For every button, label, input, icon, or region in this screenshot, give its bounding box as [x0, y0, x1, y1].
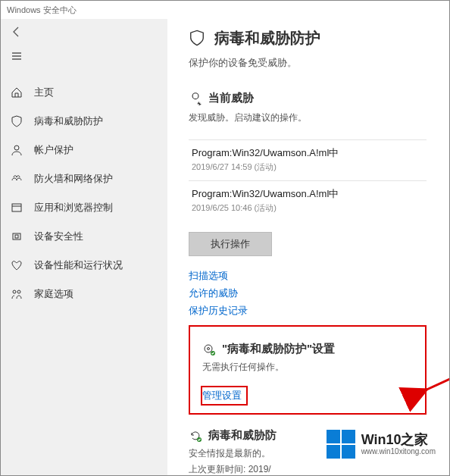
sidebar: 主页 病毒和威胁防护 帐户保护 防火墙和网络保护 应用和浏览器控制: [1, 19, 167, 475]
sidebar-item-virus[interactable]: 病毒和威胁防护: [1, 107, 167, 136]
updates-line2: 上次更新时间: 2019/: [189, 463, 449, 475]
sidebar-item-label: 病毒和威胁防护: [34, 114, 103, 128]
sidebar-item-label: 设备性能和运行状况: [34, 258, 123, 272]
chip-icon: [10, 230, 23, 243]
sidebar-item-firewall[interactable]: 防火墙和网络保护: [1, 164, 167, 193]
sidebar-item-label: 家庭选项: [34, 287, 73, 301]
sidebar-item-label: 主页: [34, 86, 54, 99]
watermark-brand: Win10之家: [361, 433, 436, 448]
family-icon: [10, 287, 23, 301]
shield-icon: [10, 114, 23, 128]
threat-meta: 2019/6/25 10:46 (活动): [192, 202, 423, 214]
back-icon[interactable]: [8, 23, 25, 40]
threat-name: Program:Win32/Uwamson.A!ml中: [192, 187, 423, 201]
sidebar-item-label: 帐户保护: [34, 143, 73, 157]
home-icon: [10, 86, 23, 99]
sidebar-item-label: 应用和浏览器控制: [34, 201, 113, 215]
window-title: Windows 安全中心: [7, 5, 77, 16]
sidebar-item-performance[interactable]: 设备性能和运行状况: [1, 251, 167, 280]
svg-rect-4: [15, 235, 18, 238]
wifi-icon: [10, 172, 23, 186]
svg-point-6: [17, 290, 20, 293]
settings-section: "病毒和威胁防护"设置 无需执行任何操作。 管理设置: [189, 325, 427, 415]
threats-subheading: 发现威胁。启动建议的操作。: [189, 111, 449, 124]
link-protection-history[interactable]: 保护历史记录: [189, 304, 449, 318]
threat-item[interactable]: Program:Win32/Uwamson.A!ml中 2019/6/25 10…: [189, 180, 427, 221]
svg-line-12: [425, 315, 449, 390]
heart-icon: [10, 258, 23, 272]
window-titlebar: Windows 安全中心: [1, 1, 449, 19]
shield-icon: [189, 30, 207, 48]
watermark-url: www.win10xitong.com: [361, 447, 436, 456]
page-subtitle: 保护你的设备免受威胁。: [189, 56, 449, 70]
windows-logo-icon: [327, 430, 355, 459]
sidebar-item-label: 防火墙和网络保护: [34, 172, 113, 186]
gear-check-icon: [202, 343, 216, 356]
take-action-button[interactable]: 执行操作: [189, 232, 272, 256]
app-icon: [10, 201, 23, 215]
svg-point-7: [192, 92, 198, 99]
threat-name: Program:Win32/Uwamson.A!ml中: [192, 146, 423, 160]
sidebar-item-app[interactable]: 应用和浏览器控制: [1, 193, 167, 222]
svg-rect-3: [13, 233, 20, 240]
settings-heading: "病毒和威胁防护"设置: [222, 342, 335, 356]
svg-point-9: [208, 347, 210, 349]
svg-point-5: [13, 290, 16, 293]
sidebar-item-label: 设备安全性: [34, 230, 83, 243]
page-title: 病毒和威胁防护: [214, 28, 320, 49]
person-icon: [10, 143, 23, 157]
svg-rect-1: [12, 204, 21, 211]
svg-point-0: [14, 146, 19, 150]
manage-settings-link[interactable]: 管理设置: [202, 387, 246, 404]
link-allowed-threats[interactable]: 允许的威胁: [189, 287, 449, 300]
svg-point-8: [205, 345, 212, 352]
updates-heading: 病毒和威胁防: [208, 428, 277, 443]
update-check-icon: [189, 429, 202, 443]
watermark: Win10之家 www.win10xitong.com: [322, 427, 440, 462]
sidebar-item-home[interactable]: 主页: [1, 78, 167, 107]
sidebar-item-account[interactable]: 帐户保护: [1, 136, 167, 164]
main-content: 病毒和威胁防护 保护你的设备免受威胁。 当前威胁 发现威胁。启动建议的操作。 P…: [167, 19, 449, 475]
sidebar-item-device-security[interactable]: 设备安全性: [1, 222, 167, 251]
menu-icon[interactable]: [8, 48, 25, 64]
settings-subheading: 无需执行任何操作。: [202, 361, 413, 374]
threat-item[interactable]: Program:Win32/Uwamson.A!ml中 2019/6/27 14…: [189, 139, 427, 180]
sidebar-item-family[interactable]: 家庭选项: [1, 280, 167, 308]
threat-icon: [189, 92, 202, 105]
link-scan-options[interactable]: 扫描选项: [189, 269, 449, 283]
threats-heading: 当前威胁: [208, 91, 254, 105]
threat-meta: 2019/6/27 14:59 (活动): [192, 161, 423, 173]
